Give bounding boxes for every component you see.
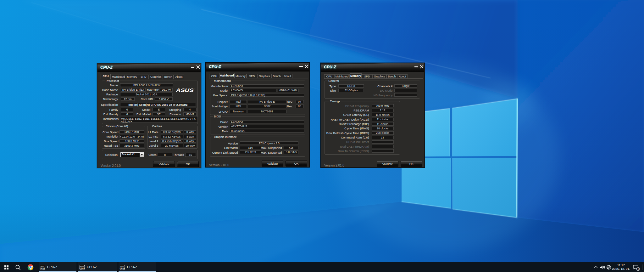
svg-text:CPUZ: CPUZ	[120, 267, 125, 269]
svg-text:CPUZ: CPUZ	[80, 267, 85, 269]
svg-text:1: 1	[638, 268, 639, 270]
svg-text:CPUZ: CPUZ	[40, 267, 45, 269]
